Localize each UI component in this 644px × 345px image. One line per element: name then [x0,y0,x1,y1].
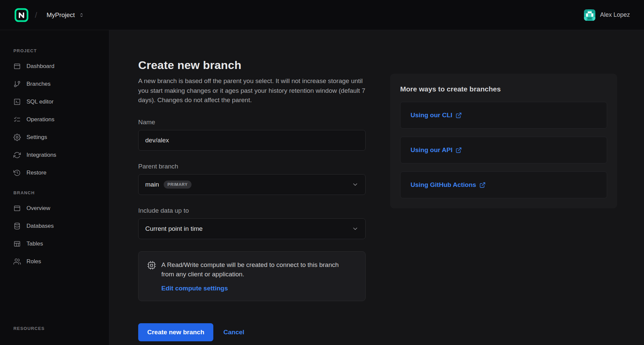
gear-icon [13,134,21,141]
using-api-label: Using our API [411,146,452,154]
topbar: / MyProject Alex Lopez [0,0,644,30]
sidebar-item-roles[interactable]: Roles [0,253,109,270]
compute-note: A Read/Write compute will be created to … [138,251,366,301]
create-branch-button[interactable]: Create new branch [138,323,213,341]
external-link-icon [455,112,462,119]
neon-logo-icon[interactable] [14,8,29,22]
chevron-down-icon [352,181,359,188]
parent-branch-select[interactable]: main PRIMARY [138,174,366,195]
compute-note-text: A Read/Write compute will be created to … [161,260,349,279]
users-icon [13,258,21,265]
section-title: BRANCH [0,190,109,199]
sidebar-item-integrations[interactable]: Integrations [0,146,109,164]
sidebar-section-project: PROJECT Dashboard Branches SQL editor [0,48,109,182]
primary-badge: PRIMARY [164,181,192,189]
sidebar-item-settings[interactable]: Settings [0,128,109,146]
section-title: RESOURCES [0,326,109,335]
git-branch-icon [13,80,21,88]
sidebar-item-label: Settings [26,134,47,141]
database-icon [13,222,21,230]
dashboard-icon [13,63,21,70]
sidebar-item-label: SQL editor [26,98,54,105]
sidebar-item-databases[interactable]: Databases [0,217,109,235]
chevron-updown-icon [79,12,84,18]
external-link-icon [455,147,462,153]
project-selector[interactable]: MyProject [43,9,88,21]
using-github-actions-link[interactable]: Using GitHub Actions [411,181,486,189]
api-card: Using our API [400,137,607,163]
section-title: PROJECT [0,48,109,57]
page-title: Create new branch [138,59,366,72]
sidebar-item-label: Overview [26,205,50,212]
sidebar-item-label: Roles [26,258,41,265]
form-actions: Create new branch Cancel [138,323,366,341]
using-cli-label: Using our CLI [411,112,452,119]
using-api-link[interactable]: Using our API [411,146,462,154]
overview-icon [13,205,21,212]
using-github-actions-label: Using GitHub Actions [411,181,476,189]
sidebar-item-label: Restore [26,169,47,176]
sidebar-item-label: Databases [26,223,54,229]
github-actions-card: Using GitHub Actions [400,171,607,198]
breadcrumb-separator: / [35,10,37,20]
edit-compute-settings-link[interactable]: Edit compute settings [161,285,228,292]
more-ways-panel: More ways to create branches Using our C… [390,74,617,345]
sidebar-item-operations[interactable]: Operations [0,111,109,128]
cpu-icon [147,261,156,270]
table-icon [13,240,21,248]
cancel-button[interactable]: Cancel [223,329,244,336]
user-menu[interactable]: Alex Lopez [584,9,630,21]
user-name: Alex Lopez [600,11,630,18]
more-ways-title: More ways to create branches [400,85,607,93]
sidebar-item-dashboard[interactable]: Dashboard [0,57,109,75]
name-label: Name [138,119,366,126]
sidebar-item-label: Integrations [26,152,56,158]
include-data-value: Current point in time [145,225,203,232]
integrations-icon [13,151,21,159]
sidebar-item-sql-editor[interactable]: SQL editor [0,93,109,111]
parent-branch-label: Parent branch [138,163,366,170]
include-data-label: Include data up to [138,207,366,214]
sidebar-item-tables[interactable]: Tables [0,235,109,253]
cli-card: Using our CLI [400,102,607,129]
sidebar-item-branches[interactable]: Branches [0,75,109,93]
create-branch-form: Create new branch A new branch is based … [138,59,366,345]
include-data-select[interactable]: Current point in time [138,218,366,239]
sidebar-item-label: Tables [26,240,43,247]
sidebar-item-overview[interactable]: Overview [0,199,109,217]
sql-editor-icon [13,98,21,106]
external-link-icon [479,182,486,188]
sidebar-item-restore[interactable]: Restore [0,164,109,182]
avatar [584,9,595,21]
sidebar: PROJECT Dashboard Branches SQL editor [0,30,109,345]
sidebar-item-label: Dashboard [26,63,54,70]
page-description: A new branch is based off the parent you… [138,76,366,105]
sidebar-section-resources: RESOURCES [0,326,109,336]
branch-name-input[interactable] [138,130,366,151]
chevron-down-icon [352,225,359,232]
parent-branch-value: main [145,181,159,188]
main-content: Create new branch A new branch is based … [109,30,644,345]
using-cli-link[interactable]: Using our CLI [411,112,462,119]
sidebar-item-label: Branches [26,81,51,87]
operations-icon [13,116,21,123]
restore-icon [13,169,21,177]
project-name: MyProject [47,11,75,19]
sidebar-item-label: Operations [26,116,54,123]
sidebar-section-branch: BRANCH Overview Databases Tables [0,190,109,270]
